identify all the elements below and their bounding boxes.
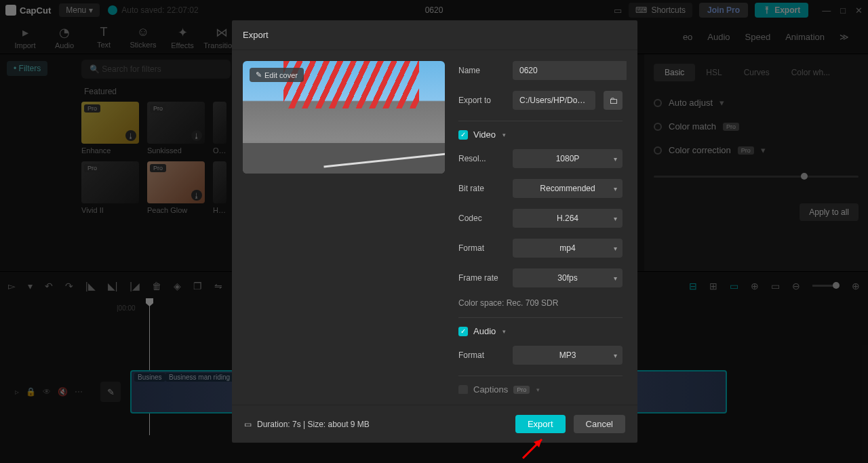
bitrate-value: Recommended bbox=[540, 184, 595, 193]
resolution-value: 1080P bbox=[556, 154, 580, 163]
chevron-down-icon[interactable]: ▾ bbox=[536, 386, 540, 393]
bitrate-label: Bit rate bbox=[458, 184, 505, 193]
export-modal: Export ✎ Edit cover Name Export to C:/Us… bbox=[232, 20, 637, 443]
export-to-label: Export to bbox=[458, 96, 505, 105]
chevron-down-icon[interactable]: ▾ bbox=[502, 328, 506, 335]
framerate-dropdown[interactable]: 30fps bbox=[513, 268, 623, 287]
audio-checkbox[interactable]: ✓ bbox=[458, 327, 468, 336]
browse-folder-button[interactable]: 🗀 bbox=[604, 91, 623, 110]
video-section-title: Video bbox=[473, 129, 496, 140]
modal-title: Export bbox=[243, 30, 269, 40]
export-path-display: C:/Users/HP/Downlo... bbox=[513, 91, 595, 110]
format-value: mp4 bbox=[559, 243, 575, 253]
name-label: Name bbox=[458, 66, 505, 75]
film-icon: ▭ bbox=[244, 420, 252, 429]
video-checkbox[interactable]: ✓ bbox=[458, 130, 468, 140]
edit-cover-label: Edit cover bbox=[264, 71, 298, 79]
audio-section-title: Audio bbox=[473, 326, 496, 336]
codec-value: H.264 bbox=[557, 214, 578, 223]
resolution-label: Resol... bbox=[458, 154, 505, 163]
color-space-note: Color space: Rec. 709 SDR bbox=[458, 298, 623, 308]
footer-info-text: Duration: 7s | Size: about 9 MB bbox=[257, 420, 370, 429]
audio-format-label: Format bbox=[458, 350, 505, 360]
cancel-button[interactable]: Cancel bbox=[574, 415, 625, 433]
codec-label: Codec bbox=[458, 214, 505, 223]
export-button[interactable]: Export bbox=[515, 415, 566, 433]
audio-format-value: MP3 bbox=[559, 350, 576, 360]
captions-checkbox[interactable]: ✓ bbox=[458, 385, 468, 395]
framerate-label: Frame rate bbox=[458, 273, 505, 283]
edit-cover-button[interactable]: ✎ Edit cover bbox=[250, 68, 304, 82]
codec-dropdown[interactable]: H.264 bbox=[513, 209, 623, 228]
captions-section-title: Captions bbox=[473, 384, 508, 394]
format-label: Format bbox=[458, 243, 505, 253]
resolution-dropdown[interactable]: 1080P bbox=[513, 149, 623, 168]
cover-preview: ✎ Edit cover bbox=[243, 61, 445, 174]
framerate-value: 30fps bbox=[557, 273, 577, 283]
pencil-icon: ✎ bbox=[256, 71, 262, 79]
name-input[interactable] bbox=[513, 61, 627, 80]
format-dropdown[interactable]: mp4 bbox=[513, 239, 623, 258]
folder-icon: 🗀 bbox=[609, 96, 618, 106]
bitrate-dropdown[interactable]: Recommended bbox=[513, 179, 623, 198]
audio-format-dropdown[interactable]: MP3 bbox=[513, 346, 623, 365]
chevron-down-icon[interactable]: ▾ bbox=[502, 132, 506, 138]
pro-badge: Pro bbox=[513, 386, 530, 394]
